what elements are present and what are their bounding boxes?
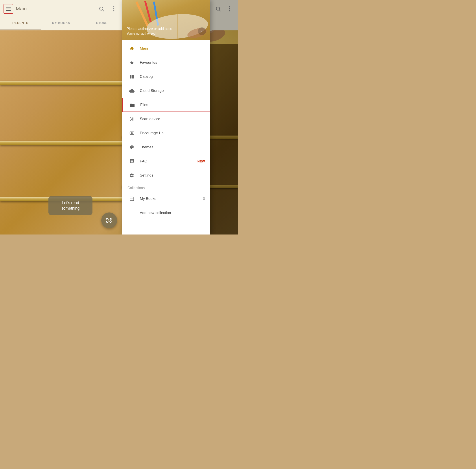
page-title: Main xyxy=(16,6,94,12)
menu-item-cloud-storage[interactable]: Cloud Storage xyxy=(122,84,210,98)
collection-my-books-count: 0 xyxy=(203,197,205,201)
svg-point-17 xyxy=(113,6,114,7)
chat-icon xyxy=(127,159,136,164)
svg-line-16 xyxy=(103,10,104,11)
gear-icon xyxy=(127,173,136,178)
menu-item-faq-label: FAQ xyxy=(140,159,197,164)
menu-item-faq[interactable]: FAQ NEW xyxy=(122,154,210,168)
menu-item-files-label: Files xyxy=(140,103,205,107)
auth-line1: Please authorize or add acco… xyxy=(127,27,198,31)
hamburger-line-1 xyxy=(6,7,11,7)
tab-my-books[interactable]: MY BOOKS xyxy=(41,18,81,30)
search-button[interactable] xyxy=(97,4,106,14)
hamburger-line-3 xyxy=(6,10,11,11)
menu-item-main[interactable]: Main xyxy=(122,41,210,55)
svg-point-20 xyxy=(108,219,111,221)
star-icon xyxy=(127,60,136,65)
collection-my-books-label: My Books xyxy=(140,197,203,201)
auth-banner[interactable]: Please authorize or add acco… You're not… xyxy=(122,0,210,40)
plus-icon xyxy=(127,210,136,215)
menu-item-themes[interactable]: Themes xyxy=(122,140,210,154)
catalog-icon xyxy=(127,74,136,79)
main-header: Main xyxy=(0,0,122,18)
collection-my-books[interactable]: My Books 0 xyxy=(122,192,210,206)
fab-scan-button[interactable] xyxy=(101,213,117,228)
menu-item-encourage-us-label: Encourage Us xyxy=(140,131,205,135)
menu-item-main-label: Main xyxy=(140,46,205,51)
tabs-bar: RECENTS MY BOOKS STORE xyxy=(0,18,122,30)
menu-item-catalog-label: Catalog xyxy=(140,74,205,79)
book-icon xyxy=(127,196,136,201)
navigation-drawer: Please authorize or add acco… You're not… xyxy=(122,0,210,234)
hamburger-line-2 xyxy=(6,9,11,9)
svg-rect-32 xyxy=(130,197,134,201)
faq-new-badge: NEW xyxy=(197,160,205,163)
add-new-collection[interactable]: Add new collection xyxy=(122,206,210,220)
menu-item-encourage-us[interactable]: Encourage Us xyxy=(122,126,210,140)
palette-icon xyxy=(127,145,136,150)
dollar-icon xyxy=(127,131,136,135)
auth-line2: You're not authorized! xyxy=(127,32,198,35)
menu-item-cloud-storage-label: Cloud Storage xyxy=(140,89,205,93)
collections-section-header: Collections xyxy=(122,183,210,192)
svg-point-29 xyxy=(131,118,133,119)
shelf-2 xyxy=(0,141,122,145)
svg-rect-30 xyxy=(130,132,134,135)
menu-item-files[interactable]: Files xyxy=(122,98,210,112)
svg-point-31 xyxy=(131,133,133,134)
menu-button[interactable] xyxy=(3,4,13,14)
svg-point-19 xyxy=(113,10,114,12)
tab-store[interactable]: STORE xyxy=(81,18,122,30)
menu-item-favourites-label: Favourites xyxy=(140,60,205,65)
menu-item-themes-label: Themes xyxy=(140,145,205,150)
empty-state-tooltip: Let's read something xyxy=(48,196,93,215)
more-options-button[interactable] xyxy=(109,4,119,14)
scan-icon xyxy=(127,117,136,121)
svg-point-15 xyxy=(99,7,103,10)
home-icon xyxy=(127,46,136,51)
menu-item-favourites[interactable]: Favourites xyxy=(122,55,210,70)
auth-text: Please authorize or add acco… You're not… xyxy=(127,27,198,35)
svg-rect-27 xyxy=(130,75,131,79)
tab-recents[interactable]: RECENTS xyxy=(0,18,41,30)
menu-item-settings-label: Settings xyxy=(140,173,205,178)
auth-dropdown-button[interactable] xyxy=(198,27,206,35)
drawer-menu-list: Main Favourites Catalog xyxy=(122,40,210,234)
menu-item-scan-device-label: Scan device xyxy=(140,117,205,121)
cloud-icon xyxy=(127,88,136,93)
svg-rect-28 xyxy=(132,75,134,79)
shelf-1 xyxy=(0,81,122,85)
svg-point-18 xyxy=(113,8,114,9)
add-collection-label: Add new collection xyxy=(140,211,205,215)
folder-icon xyxy=(128,102,137,107)
menu-item-scan-device[interactable]: Scan device xyxy=(122,112,210,126)
menu-item-settings[interactable]: Settings xyxy=(122,168,210,183)
menu-item-catalog[interactable]: Catalog xyxy=(122,70,210,84)
